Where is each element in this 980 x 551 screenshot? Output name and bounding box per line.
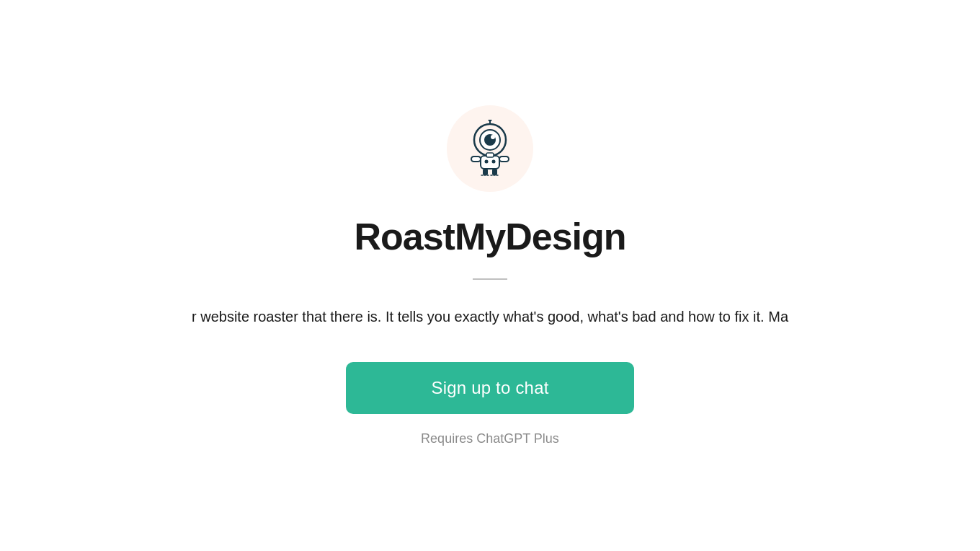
logo-circle xyxy=(447,105,533,192)
svg-rect-9 xyxy=(483,169,488,175)
section-divider xyxy=(473,278,507,280)
app-title: RoastMyDesign xyxy=(354,215,625,258)
svg-point-8 xyxy=(492,159,496,163)
svg-point-5 xyxy=(489,120,492,122)
requires-label: Requires ChatGPT Plus xyxy=(421,431,559,446)
svg-rect-10 xyxy=(492,169,497,175)
description-text: r website roaster that there is. It tell… xyxy=(0,306,980,327)
svg-rect-14 xyxy=(499,157,509,162)
robot-mascot-icon xyxy=(465,120,515,177)
svg-point-7 xyxy=(485,159,489,163)
main-container: RoastMyDesign r website roaster that the… xyxy=(0,105,980,446)
svg-rect-15 xyxy=(486,153,494,157)
svg-rect-13 xyxy=(471,157,481,162)
signup-button[interactable]: Sign up to chat xyxy=(346,362,634,414)
svg-point-3 xyxy=(491,135,495,139)
